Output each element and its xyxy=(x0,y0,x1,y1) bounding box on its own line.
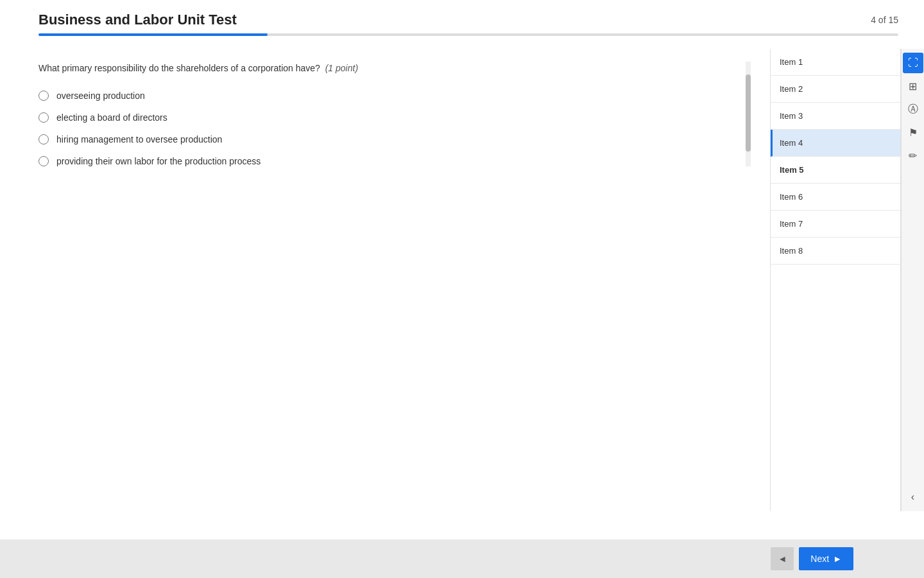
radio-a2[interactable] xyxy=(38,112,49,123)
page-title: Business and Labor Unit Test xyxy=(38,12,237,28)
circle-icon[interactable]: Ⓐ xyxy=(903,99,923,119)
radio-a3[interactable] xyxy=(38,134,49,144)
progress-bar-fill xyxy=(38,33,268,36)
next-button[interactable]: Next ► xyxy=(799,547,853,570)
list-item[interactable]: Item 7 xyxy=(771,211,900,238)
radio-a4[interactable] xyxy=(38,156,49,166)
items-list: Item 1Item 2Item 3Item 4Item 5Item 6Item… xyxy=(771,49,901,511)
scroll-thumb[interactable] xyxy=(746,74,751,152)
list-item[interactable]: Item 1 xyxy=(771,49,900,76)
edit-icon[interactable]: ✏ xyxy=(903,145,923,166)
answer-option[interactable]: overseeing production xyxy=(38,91,738,101)
answer-option[interactable]: electing a board of directors xyxy=(38,112,738,123)
question-points: (1 point) xyxy=(325,63,358,73)
list-item[interactable]: Item 2 xyxy=(771,76,900,103)
question-text: What primary responsibility do the share… xyxy=(38,62,738,75)
main-area: What primary responsibility do the share… xyxy=(0,49,924,511)
footer: ◄ Next ► xyxy=(0,539,924,578)
expand-icon[interactable]: ⛶ xyxy=(903,53,923,73)
list-item[interactable]: Item 4 xyxy=(771,130,900,157)
right-panel: Item 1Item 2Item 3Item 4Item 5Item 6Item… xyxy=(770,49,924,511)
grid-icon[interactable]: ⊞ xyxy=(903,76,923,96)
list-item[interactable]: Item 3 xyxy=(771,103,900,130)
question-scroll-area: What primary responsibility do the share… xyxy=(38,62,751,166)
answer-label[interactable]: overseeing production xyxy=(56,91,145,101)
answer-label[interactable]: hiring management to oversee production xyxy=(56,134,222,144)
question-counter: 4 of 15 xyxy=(871,15,898,25)
answer-label[interactable]: electing a board of directors xyxy=(56,112,167,123)
list-item[interactable]: Item 5 xyxy=(771,157,900,184)
question-area: What primary responsibility do the share… xyxy=(0,49,770,511)
radio-a1[interactable] xyxy=(38,91,49,101)
toolbar-icons: ⛶⊞Ⓐ⚑✏‹ xyxy=(901,49,924,511)
header: Business and Labor Unit Test 4 of 15 xyxy=(0,0,924,28)
list-item[interactable]: Item 8 xyxy=(771,238,900,265)
prev-button[interactable]: ◄ xyxy=(771,547,794,570)
answer-option[interactable]: providing their own labor for the produc… xyxy=(38,156,738,166)
scroll-track[interactable] xyxy=(746,62,751,166)
flag-icon[interactable]: ⚑ xyxy=(903,122,923,143)
collapse-icon[interactable]: ‹ xyxy=(903,487,923,507)
answer-options: overseeing productionelecting a board of… xyxy=(38,91,738,166)
answer-label[interactable]: providing their own labor for the produc… xyxy=(56,156,261,166)
list-item[interactable]: Item 6 xyxy=(771,184,900,211)
progress-bar-container xyxy=(38,33,898,36)
answer-option[interactable]: hiring management to oversee production xyxy=(38,134,738,144)
